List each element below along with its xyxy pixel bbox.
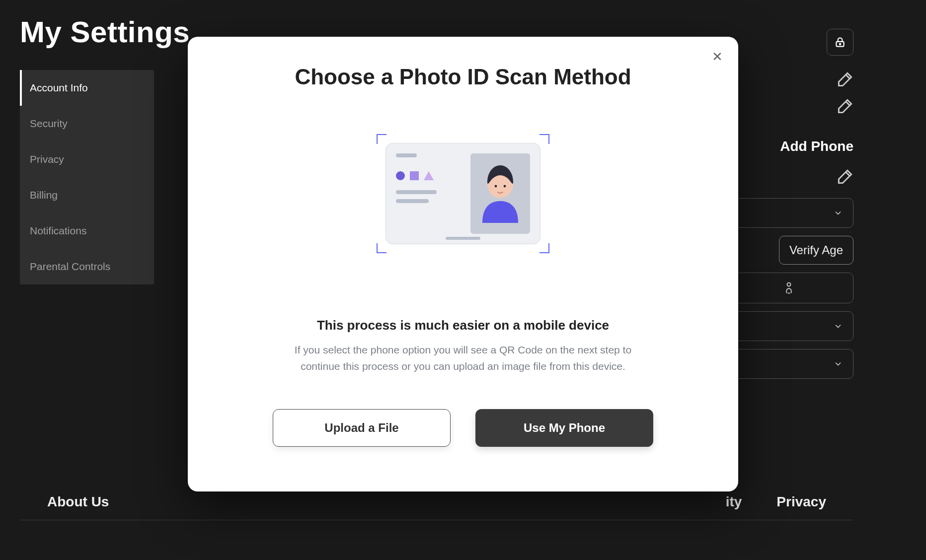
sidebar-item-parental-controls[interactable]: Parental Controls: [20, 249, 154, 284]
id-card-illustration: [377, 134, 549, 253]
verify-age-button[interactable]: Verify Age: [779, 236, 853, 265]
edit-icon[interactable]: [836, 97, 854, 116]
sidebar-item-label: Billing: [30, 189, 58, 201]
lock-icon[interactable]: [827, 29, 853, 56]
photo-id-modal: ✕ Choose a Photo ID Scan Method: [188, 37, 738, 491]
svg-point-5: [495, 185, 497, 188]
edit-icon[interactable]: [836, 167, 854, 186]
sidebar-item-label: Security: [30, 118, 68, 129]
modal-description: If you select the phone option you will …: [274, 342, 652, 374]
footer-link-privacy[interactable]: Privacy: [776, 494, 826, 510]
footer-link-about[interactable]: About Us: [47, 494, 109, 510]
footer-link-accessibility[interactable]: ity: [726, 494, 742, 510]
edit-icon[interactable]: [836, 70, 854, 89]
svg-point-2: [787, 283, 791, 286]
sidebar-item-label: Account Info: [30, 82, 88, 93]
modal-title: Choose a Photo ID Scan Method: [228, 65, 698, 89]
gender-selector[interactable]: [724, 273, 853, 303]
svg-point-6: [504, 185, 506, 188]
sidebar-item-notifications[interactable]: Notifications: [20, 213, 154, 249]
use-my-phone-button[interactable]: Use My Phone: [475, 409, 653, 447]
dropdown-field[interactable]: [724, 311, 853, 341]
dropdown-field[interactable]: [724, 349, 853, 379]
sidebar-item-account-info[interactable]: Account Info: [20, 70, 154, 106]
sidebar-item-billing[interactable]: Billing: [20, 177, 154, 213]
add-phone-button[interactable]: Add Phone: [724, 139, 853, 154]
svg-point-1: [840, 43, 841, 45]
upload-file-button[interactable]: Upload a File: [273, 409, 451, 447]
chevron-down-icon: [833, 359, 843, 369]
close-icon[interactable]: ✕: [710, 50, 724, 64]
chevron-down-icon: [833, 321, 843, 331]
sidebar-item-label: Notifications: [30, 225, 86, 236]
modal-subtitle: This process is much easier on a mobile …: [228, 318, 698, 333]
sidebar-item-privacy[interactable]: Privacy: [20, 141, 154, 177]
sidebar-item-label: Privacy: [30, 153, 64, 165]
dropdown-field[interactable]: [724, 198, 853, 228]
settings-sidebar: Account Info Security Privacy Billing No…: [20, 70, 154, 284]
chevron-down-icon: [833, 208, 843, 218]
sidebar-item-security[interactable]: Security: [20, 106, 154, 141]
sidebar-item-label: Parental Controls: [30, 261, 110, 272]
